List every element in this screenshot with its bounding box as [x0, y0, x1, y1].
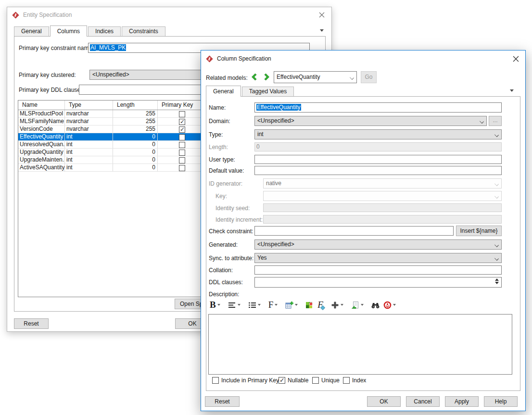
align-button[interactable]: [227, 299, 241, 311]
binoculars-icon: [371, 301, 380, 309]
list-icon: [248, 301, 256, 309]
dropdown-caret-icon: [238, 304, 241, 306]
generated-combo[interactable]: <Unspecified>: [254, 239, 502, 250]
column-dialog-titlebar[interactable]: Column Specification: [201, 50, 525, 67]
domain-combo[interactable]: <Unspecified>: [254, 116, 487, 126]
primary-key-checkbox[interactable]: [179, 165, 185, 171]
font-button[interactable]: F: [267, 299, 279, 311]
include-in-primary-key-option[interactable]: Include in Primary Key: [212, 377, 279, 384]
index-option[interactable]: Index: [343, 377, 366, 384]
unique-checkbox[interactable]: [312, 377, 319, 384]
include-in-primary-key-checkbox[interactable]: [212, 377, 219, 384]
dropdown-caret-icon: [341, 304, 343, 306]
list-button[interactable]: [247, 299, 262, 311]
primary-key-checkbox[interactable]: [179, 111, 185, 117]
app-logo-icon: [12, 12, 19, 19]
key-label: Key:: [215, 193, 227, 200]
primary-key-checkbox[interactable]: [179, 134, 185, 140]
primary-key-checkbox[interactable]: [179, 157, 185, 163]
ddl-clauses-input[interactable]: [254, 277, 502, 288]
primary-key-checkbox[interactable]: [179, 150, 185, 156]
collation-input[interactable]: [254, 265, 502, 275]
nullable-option[interactable]: Nullable: [279, 377, 308, 384]
cell-length: 255: [113, 126, 158, 133]
default-value-input[interactable]: [254, 166, 502, 175]
check-constraint-input[interactable]: [254, 226, 454, 236]
index-checkbox[interactable]: [343, 377, 350, 384]
identity-increment-label: Identity increment:: [215, 216, 263, 223]
domain-value: <Unspecified>: [257, 117, 294, 124]
description-toolbar: B F F: [209, 299, 397, 311]
insert-image-button[interactable]: [304, 299, 315, 311]
insert-plus-button[interactable]: [330, 299, 344, 311]
checkbox-label: Index: [352, 377, 366, 384]
primary-key-checkbox[interactable]: [179, 126, 185, 133]
apply-button[interactable]: Apply: [445, 396, 479, 407]
tab-overflow-caret-icon[interactable]: [320, 29, 324, 32]
chevron-down-icon: [350, 75, 354, 80]
insert-field-button[interactable]: F: [317, 299, 324, 311]
type-combo[interactable]: int: [254, 129, 502, 139]
related-models-label: Related models:: [206, 75, 248, 81]
cell-name: ActiveSAQuantity: [18, 164, 65, 171]
insert-document-button[interactable]: [350, 299, 365, 311]
id-generator-value: native: [266, 180, 281, 187]
col-header-type[interactable]: Type: [65, 101, 113, 110]
domain-more-button[interactable]: ...: [489, 116, 502, 126]
record-voice-button[interactable]: [382, 299, 397, 311]
cell-length: 255: [113, 118, 158, 125]
name-input[interactable]: EffectiveQuantity: [254, 102, 502, 113]
reset-button[interactable]: Reset: [205, 396, 240, 407]
spinner-control[interactable]: [494, 278, 500, 284]
find-button[interactable]: [370, 299, 380, 311]
unique-option[interactable]: Unique: [312, 377, 340, 384]
tab-general[interactable]: General: [206, 86, 241, 97]
tab-tagged-values[interactable]: Tagged Values: [242, 87, 294, 96]
ok-button[interactable]: OK: [367, 396, 401, 407]
close-icon[interactable]: [317, 10, 327, 20]
reset-button[interactable]: Reset: [14, 318, 49, 329]
user-type-input[interactable]: [254, 155, 502, 164]
primary-key-checkbox[interactable]: [179, 119, 185, 125]
col-header-length[interactable]: Length: [113, 101, 158, 110]
help-button[interactable]: Help: [484, 396, 518, 407]
insert-name-button[interactable]: Insert ${name}: [456, 226, 502, 236]
entity-dialog-titlebar[interactable]: Entity Specification: [7, 7, 331, 23]
spinner-up-icon[interactable]: [495, 278, 499, 281]
close-icon[interactable]: [511, 54, 520, 63]
primary-key-checkbox[interactable]: [179, 142, 185, 148]
cancel-button[interactable]: Cancel: [406, 396, 440, 407]
tab-general[interactable]: General: [14, 26, 49, 36]
insert-table-button[interactable]: [284, 299, 299, 311]
id-generator-combo: native: [263, 178, 502, 189]
next-model-icon[interactable]: [262, 72, 272, 82]
cell-type: int: [65, 141, 113, 148]
cell-length: 0: [113, 156, 158, 163]
sync-to-attribute-value: Yes: [257, 254, 267, 261]
description-textarea[interactable]: [208, 314, 512, 375]
ddl-clauses-label: DDL clauses:: [209, 279, 243, 286]
tab-indices[interactable]: Indices: [88, 26, 121, 36]
generated-label: Generated:: [209, 241, 238, 248]
dropdown-caret-icon: [258, 304, 261, 306]
cell-type: nvarchar: [65, 110, 113, 117]
tab-constraints[interactable]: Constraints: [122, 26, 165, 36]
go-button[interactable]: Go: [361, 71, 377, 83]
sync-to-attribute-combo[interactable]: Yes: [254, 253, 502, 263]
cell-name: EffectiveQuantity: [18, 133, 65, 140]
tab-overflow-caret-icon[interactable]: [510, 89, 514, 92]
font-icon: F: [268, 300, 274, 310]
pk-constraint-name-value: AI_MVLS_PK: [90, 44, 126, 51]
nullable-checkbox[interactable]: [279, 377, 285, 384]
cell-length: 0: [113, 164, 158, 171]
tab-columns[interactable]: Columns: [50, 25, 87, 37]
previous-model-icon[interactable]: [249, 72, 259, 82]
related-models-combo[interactable]: EffectiveQuantity: [274, 71, 357, 83]
spinner-down-icon[interactable]: [495, 282, 499, 284]
col-header-name[interactable]: Name: [18, 101, 65, 110]
cell-type: int: [65, 156, 113, 163]
identity-seed-label: Identity seed:: [215, 205, 250, 212]
column-tab-strip: General Tagged Values: [206, 86, 295, 97]
bold-button[interactable]: B: [209, 299, 221, 311]
name-value: EffectiveQuantity: [256, 104, 301, 111]
